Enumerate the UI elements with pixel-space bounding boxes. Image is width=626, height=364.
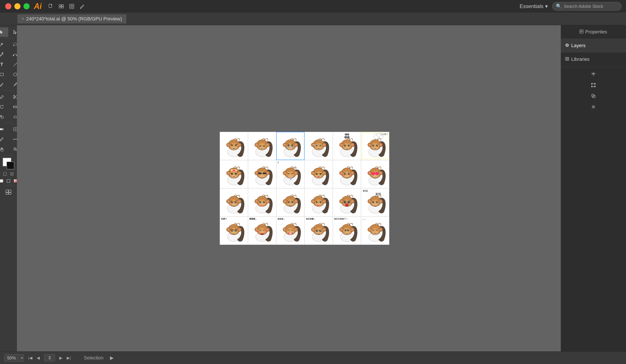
layers-section-icon — [565, 43, 569, 48]
pencil-tool[interactable] — [0, 80, 8, 89]
svg-rect-43 — [14, 180, 17, 182]
sticker-cell-7[interactable] — [220, 160, 248, 188]
sticker-cell-20[interactable]: 嘿嘿嘿... — [248, 217, 276, 245]
libraries-section-icon — [565, 57, 569, 62]
essentials-dropdown[interactable]: Essentials ▾ — [520, 3, 548, 9]
sticker-cell-3[interactable] — [276, 132, 305, 160]
svg-rect-1 — [59, 4, 61, 6]
zoom-select[interactable]: 50% 25% 75% 100% — [4, 354, 24, 362]
svg-line-29 — [1, 140, 1, 140]
sticker-cell-24[interactable]: …… — [361, 217, 389, 245]
svg-rect-25 — [0, 128, 3, 130]
app-logo: Ai — [34, 2, 42, 11]
properties-tab-icon — [580, 30, 583, 35]
align-icon[interactable] — [587, 70, 600, 79]
close-button[interactable] — [5, 3, 11, 9]
hand-tool[interactable] — [0, 145, 8, 154]
sticker-cell-22[interactable]: 你过来嘛！ — [305, 217, 333, 245]
svg-rect-42 — [7, 180, 10, 182]
svg-rect-38 — [3, 173, 6, 176]
brush-icon[interactable] — [78, 1, 87, 11]
next-artboard-button[interactable]: ▶ — [59, 356, 62, 360]
sticker-cell-18[interactable]: BYE — [361, 188, 389, 217]
zoom-control: 50% 25% 75% 100% — [4, 354, 24, 362]
sticker-cell-2[interactable] — [248, 132, 276, 160]
rotate-tool[interactable] — [0, 102, 8, 112]
color-swatches[interactable] — [2, 158, 14, 169]
sticker-cell-23[interactable]: 你们又吃啥了！ — [333, 217, 361, 245]
view-mode-group — [0, 178, 19, 184]
svg-rect-47 — [9, 193, 11, 194]
scale-tool[interactable] — [0, 112, 8, 122]
tool-separator-1 — [3, 38, 14, 38]
sticker-cell-5[interactable]: 嗯嗯 — [333, 132, 361, 160]
sticker-cell-8[interactable] — [248, 160, 276, 188]
libraries-section[interactable]: Libraries — [561, 53, 626, 66]
stroke-icon[interactable] — [5, 178, 12, 184]
svg-point-58 — [591, 83, 592, 84]
draw-inside-icon[interactable] — [9, 171, 15, 177]
pen-tool[interactable] — [0, 50, 8, 59]
status-arrow-icon[interactable]: ▶ — [110, 355, 114, 361]
tab-close-icon[interactable]: × — [22, 16, 24, 21]
search-box[interactable]: 🔍 Search Adobe Stock — [552, 2, 622, 11]
layers-section[interactable]: Layers — [561, 39, 626, 53]
essentials-chevron-icon: ▾ — [545, 3, 548, 9]
properties-tab-label: Properties — [585, 29, 607, 35]
transform-icon[interactable] — [587, 80, 600, 90]
svg-rect-41 — [0, 180, 3, 182]
new-doc-icon[interactable] — [46, 1, 56, 11]
pathfinder-icon[interactable] — [587, 91, 600, 101]
minimize-button[interactable] — [14, 3, 20, 9]
svg-rect-40 — [11, 173, 13, 175]
sticker-cell-13[interactable] — [220, 188, 248, 217]
sticker-cell-4[interactable] — [305, 132, 333, 160]
sticker-cell-16[interactable] — [305, 188, 333, 217]
sticker-cell-15[interactable] — [276, 188, 305, 217]
essentials-label: Essentials — [520, 3, 544, 9]
svg-rect-5 — [70, 4, 71, 6]
grid-icon[interactable] — [67, 1, 77, 11]
gradient-tool[interactable] — [0, 124, 8, 134]
background-color[interactable] — [6, 162, 14, 169]
svg-line-16 — [0, 98, 1, 99]
rect-tool[interactable] — [0, 70, 8, 79]
sticker-cell-11[interactable] — [333, 160, 361, 188]
search-placeholder: Search Adobe Stock — [564, 4, 603, 9]
sticker-cell-12[interactable] — [361, 160, 389, 188]
fullscreen-button[interactable] — [23, 3, 30, 9]
svg-rect-2 — [62, 4, 64, 6]
normal-mode-icon[interactable] — [2, 171, 8, 177]
last-artboard-button[interactable]: ▶| — [67, 356, 71, 360]
file-tab[interactable]: × 240*240*total.ai @ 50% (RGB/GPU Previe… — [17, 14, 126, 23]
storyboard-icon[interactable] — [57, 1, 66, 11]
sticker-cell-6[interactable]: 吃什么呢？ — [361, 132, 389, 160]
svg-point-15 — [13, 73, 17, 76]
svg-rect-3 — [59, 6, 61, 8]
sticker-cell-19[interactable]: 吃撑了 — [220, 217, 248, 245]
magic-wand-tool[interactable] — [0, 40, 8, 49]
svg-rect-57 — [592, 84, 595, 87]
eraser-tool[interactable] — [0, 92, 8, 102]
type-tool[interactable]: T — [0, 60, 8, 69]
fill-icon[interactable] — [0, 178, 5, 184]
sticker-cell-21[interactable]: 哈哈哈... — [276, 217, 305, 245]
sticker-cell-14[interactable] — [248, 188, 276, 217]
sticker-cell-17[interactable] — [333, 188, 361, 217]
sticker-cell-1[interactable] — [220, 132, 248, 160]
selection-tool[interactable] — [0, 27, 8, 37]
artboard-number-input[interactable] — [44, 354, 55, 362]
settings-icon[interactable] — [587, 102, 600, 112]
svg-point-11 — [13, 55, 14, 56]
svg-rect-7 — [70, 7, 71, 8]
artboards-panel-icon[interactable] — [2, 187, 15, 197]
properties-tab[interactable]: Properties — [561, 25, 626, 39]
sticker-cell-9[interactable]: Z — [276, 160, 305, 188]
first-artboard-button[interactable]: |◀ — [28, 356, 32, 360]
color-mode-group — [2, 171, 15, 177]
svg-rect-45 — [9, 190, 11, 192]
eyedropper-tool[interactable] — [0, 134, 8, 144]
prev-artboard-button[interactable]: ◀ — [37, 356, 40, 360]
bottom-bar: 50% 25% 75% 100% |◀ ◀ ▶ ▶| Selection ▶ — [0, 351, 626, 364]
sticker-cell-10[interactable] — [305, 160, 333, 188]
